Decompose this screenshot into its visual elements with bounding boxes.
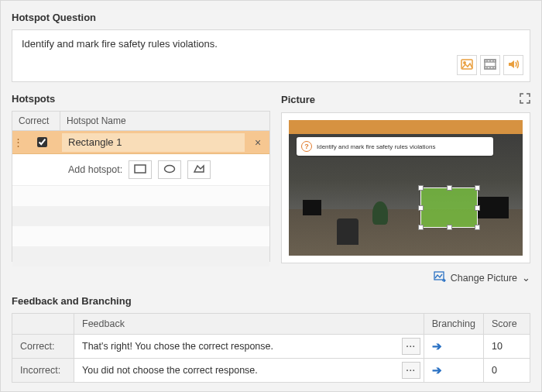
table-row <box>12 246 269 266</box>
drag-handle-icon[interactable]: ⋮ <box>12 136 23 148</box>
score-incorrect-cell[interactable]: 0 <box>484 359 530 383</box>
insert-image-button[interactable] <box>457 55 477 75</box>
table-row <box>12 186 269 206</box>
table-row <box>12 226 269 246</box>
svg-point-12 <box>165 165 175 172</box>
col-header-name: Hotspot Name <box>60 112 269 130</box>
correct-checkbox[interactable] <box>37 137 47 147</box>
add-freeform-button[interactable] <box>187 160 211 179</box>
col-header-feedback: Feedback <box>74 314 424 335</box>
oval-icon <box>163 164 176 176</box>
feedback-incorrect-cell[interactable]: You did not choose the correct response.… <box>74 359 424 383</box>
feedback-correct-text: That's right! You chose the correct resp… <box>82 341 273 352</box>
row-label-incorrect: Incorrect: <box>12 359 74 383</box>
question-mark-icon: ? <box>301 141 312 152</box>
freeform-icon <box>193 164 205 176</box>
svg-point-1 <box>464 61 465 63</box>
add-hotspot-label: Add hotspot: <box>68 164 122 175</box>
row-label-correct: Correct: <box>12 335 74 359</box>
table-row <box>12 206 269 226</box>
section-title-feedback: Feedback and Branching <box>12 295 530 307</box>
preview-question-text: Identify and mark fire safety rules viol… <box>317 143 435 150</box>
change-picture-button[interactable]: Change Picture ⌄ <box>281 271 530 284</box>
delete-hotspot-button[interactable]: × <box>246 136 269 149</box>
chevron-down-icon: ⌄ <box>522 272 530 284</box>
feedback-table: Feedback Branching Score Correct: That's… <box>12 313 530 383</box>
feedback-correct-cell[interactable]: That's right! You chose the correct resp… <box>74 335 424 359</box>
feedback-row-incorrect: Incorrect: You did not choose the correc… <box>12 359 530 383</box>
svg-rect-11 <box>135 165 146 173</box>
section-title-hotspots: Hotspots <box>12 93 270 105</box>
score-correct-cell[interactable]: 10 <box>484 335 530 359</box>
hotspot-row[interactable]: ⋮ × <box>12 131 269 154</box>
preview-question-bar: ? Identify and mark fire safety rules vi… <box>297 137 493 156</box>
arrow-right-icon: ➔ <box>432 339 442 352</box>
branching-incorrect-cell[interactable]: ➔ <box>424 359 483 383</box>
col-header-branching: Branching <box>424 314 483 335</box>
feedback-incorrect-edit-button[interactable]: ··· <box>402 362 420 379</box>
section-title-picture: Picture <box>281 94 315 105</box>
question-box[interactable]: Identify and mark fire safety rules viol… <box>12 29 530 82</box>
feedback-correct-edit-button[interactable]: ··· <box>402 338 420 355</box>
image-icon <box>461 59 473 72</box>
hotspots-table: Correct Hotspot Name ⋮ × Add hotspot: <box>12 111 270 262</box>
hotspot-rectangle[interactable] <box>420 187 478 228</box>
add-oval-button[interactable] <box>158 160 181 179</box>
branching-correct-cell[interactable]: ➔ <box>424 335 483 359</box>
col-header-score: Score <box>484 314 530 335</box>
rectangle-icon <box>134 164 146 176</box>
section-title-question: Hotspot Question <box>12 12 530 23</box>
feedback-incorrect-text: You did not choose the correct response. <box>82 365 258 376</box>
svg-rect-13 <box>434 272 444 280</box>
add-hotspot-row: Add hotspot: <box>12 154 269 186</box>
change-picture-label: Change Picture <box>451 273 517 284</box>
change-picture-icon <box>434 271 446 284</box>
audio-icon <box>507 59 520 72</box>
expand-icon[interactable] <box>520 93 530 106</box>
insert-audio-button[interactable] <box>503 55 523 75</box>
add-rectangle-button[interactable] <box>129 160 152 179</box>
insert-video-button[interactable] <box>480 55 500 75</box>
col-header-blank <box>12 314 74 335</box>
picture-preview[interactable]: ? Identify and mark fire safety rules vi… <box>281 112 530 263</box>
video-icon <box>484 59 496 72</box>
hotspot-name-input[interactable] <box>62 133 245 152</box>
feedback-row-correct: Correct: That's right! You chose the cor… <box>12 335 530 359</box>
arrow-right-icon: ➔ <box>432 363 442 377</box>
question-text[interactable]: Identify and mark fire safety rules viol… <box>22 38 520 50</box>
col-header-correct: Correct <box>12 112 60 130</box>
